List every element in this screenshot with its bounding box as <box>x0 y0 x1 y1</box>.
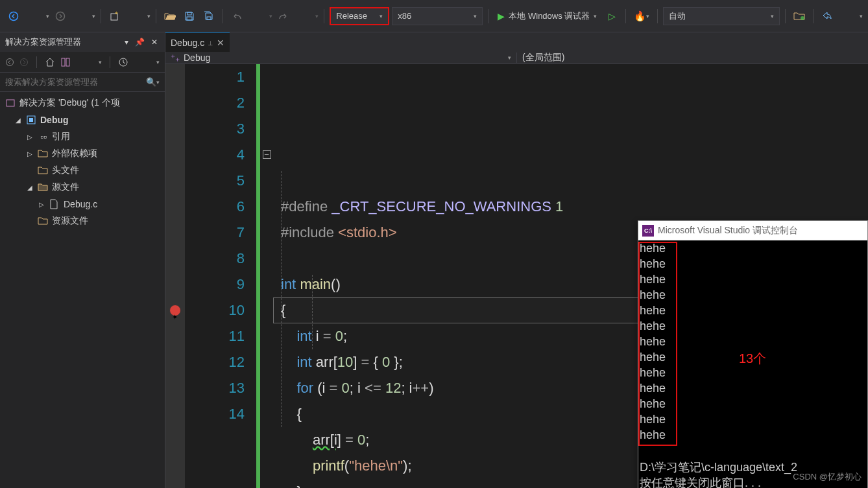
save-all-button[interactable] <box>200 7 217 25</box>
nav-fwd-button[interactable] <box>52 7 69 25</box>
fold-icon[interactable]: − <box>263 150 271 159</box>
folder-view-button[interactable] <box>791 7 808 25</box>
new-item-chevron-icon[interactable]: ▾ <box>147 13 151 19</box>
headers-label: 头文件 <box>52 165 79 176</box>
expand-icon[interactable]: ▷ <box>27 150 35 157</box>
refs-icon: ▫▫ <box>38 132 49 142</box>
svg-rect-3 <box>187 12 191 15</box>
config-label: Release <box>336 11 367 21</box>
platform-dropdown[interactable]: x86 ▾ <box>392 7 483 25</box>
panel-title: 解决方案资源管理器 <box>5 36 120 48</box>
code-line[interactable]: #define _CRT_SECURE_NO_WARNINGS 1 <box>281 194 868 220</box>
chevron-down-icon[interactable]: ▾ <box>156 59 160 65</box>
svg-rect-9 <box>62 58 65 66</box>
nav-scope-label: (全局范围) <box>522 52 564 64</box>
resources-node[interactable]: 资源文件 <box>0 213 165 229</box>
expand-icon[interactable]: ▷ <box>27 134 35 141</box>
start-debug-button[interactable]: ▶ 本地 Windows 调试器 ▾ <box>494 7 601 25</box>
debug-label: 本地 Windows 调试器 <box>509 10 590 22</box>
source-file-node[interactable]: ▷ Debug.c <box>0 196 165 213</box>
pin-icon[interactable]: 📌 <box>133 38 147 47</box>
line-number-gutter: 1234567891011121314 <box>185 64 256 488</box>
save-button[interactable] <box>181 7 198 25</box>
search-chevron-icon[interactable]: ▾ <box>156 79 160 86</box>
refs-node[interactable]: ▷ ▫▫ 引用 <box>0 128 165 145</box>
live-share-button[interactable] <box>819 7 836 25</box>
expand-icon[interactable]: ◢ <box>16 117 23 124</box>
line-number: 4 <box>185 142 245 168</box>
headers-node[interactable]: 头文件 <box>0 162 165 179</box>
breakpoint-icon[interactable] <box>169 305 181 316</box>
svg-rect-10 <box>66 58 69 66</box>
line-number: 1 <box>185 64 245 90</box>
svg-point-0 <box>10 12 18 20</box>
svg-point-6 <box>801 16 804 20</box>
source-file-label: Debug.c <box>64 199 97 209</box>
flame-icon: 🔥 <box>634 10 646 22</box>
platform-label: x86 <box>398 11 411 21</box>
fold-gutter[interactable]: − <box>260 64 273 488</box>
folder-icon <box>38 216 49 226</box>
history-icon[interactable] <box>118 57 128 67</box>
fwd-icon[interactable] <box>19 58 29 67</box>
expand-icon[interactable]: ◢ <box>27 184 35 191</box>
console-title: Microsoft Visual Studio 调试控制台 <box>658 225 798 237</box>
line-number: 3 <box>185 116 245 142</box>
solution-tree: 解决方案 'Debug' (1 个项 ◢ Debug ▷ ▫▫ 引用 ▷ 外部依… <box>0 92 165 488</box>
console-annotation: 13个 <box>739 351 766 366</box>
pin-icon[interactable]: ⟂ <box>208 39 213 47</box>
tab-bar: Debug.c ⟂ ✕ <box>165 32 868 52</box>
debug-console-window[interactable]: C:\ Microsoft Visual Studio 调试控制台 hehehe… <box>638 220 868 488</box>
nav-back-button[interactable] <box>5 7 22 25</box>
options-chevron-icon[interactable]: ▾ <box>123 38 130 47</box>
folder-open-icon <box>38 183 49 192</box>
breakpoint-gutter[interactable] <box>165 64 185 488</box>
nav-project-label: Debug <box>184 52 210 63</box>
close-icon[interactable]: ✕ <box>217 38 224 48</box>
line-number: 6 <box>185 194 245 220</box>
redo-button[interactable] <box>275 7 292 25</box>
hot-reload-button[interactable]: 🔥 ▾ <box>631 7 652 25</box>
solution-node[interactable]: 解决方案 'Debug' (1 个项 <box>0 95 165 111</box>
nav-fwd-chevron-icon: ▾ <box>92 13 95 19</box>
nav-back-chevron-icon[interactable]: ▾ <box>46 13 49 19</box>
switch-views-icon[interactable] <box>60 57 71 67</box>
project-node[interactable]: ◢ Debug <box>0 111 165 128</box>
search-icon[interactable]: 🔍 <box>146 77 156 87</box>
search-input[interactable] <box>5 77 146 87</box>
new-item-button[interactable] <box>106 7 123 25</box>
auto-label: 自动 <box>669 10 686 22</box>
sources-node[interactable]: ◢ 源文件 <box>0 179 165 196</box>
home-icon[interactable] <box>45 57 55 67</box>
expand-icon[interactable]: ▷ <box>39 201 47 208</box>
play-outline-icon: ▷ <box>609 11 616 21</box>
console-titlebar[interactable]: C:\ Microsoft Visual Studio 调试控制台 <box>638 221 867 240</box>
folder-icon <box>38 166 49 175</box>
close-icon[interactable]: ✕ <box>149 38 160 47</box>
auto-dropdown[interactable]: 自动 ▾ <box>663 7 780 25</box>
svg-rect-12 <box>6 100 14 106</box>
project-label: Debug <box>40 115 69 125</box>
line-number: 8 <box>185 246 245 272</box>
nav-scope-dropdown[interactable]: (全局范围) <box>517 52 868 64</box>
panel-tools: ▾ ▾ <box>0 52 165 73</box>
play-icon: ▶ <box>498 11 505 21</box>
back-icon[interactable] <box>5 58 14 67</box>
nav-project-dropdown[interactable]: ⁺₊ Debug ▾ <box>165 52 517 63</box>
chevron-down-icon[interactable]: ▾ <box>99 59 102 65</box>
panel-search: 🔍 ▾ <box>0 73 165 92</box>
external-node[interactable]: ▷ 外部依赖项 <box>0 145 165 162</box>
line-number: 14 <box>185 401 245 427</box>
solution-icon <box>5 98 17 108</box>
file-icon <box>49 199 61 209</box>
line-number: 5 <box>185 168 245 194</box>
start-no-debug-button[interactable]: ▷ <box>603 7 620 25</box>
undo-button[interactable] <box>228 7 245 25</box>
solution-label: 解决方案 'Debug' (1 个项 <box>19 97 120 109</box>
svg-point-1 <box>56 12 64 20</box>
config-dropdown[interactable]: Release ▾ <box>330 7 389 25</box>
file-tab[interactable]: Debug.c ⟂ ✕ <box>165 32 230 52</box>
highlight-box <box>638 242 677 446</box>
chevron-down-icon: ▾ <box>380 13 383 19</box>
open-button[interactable] <box>162 7 178 25</box>
